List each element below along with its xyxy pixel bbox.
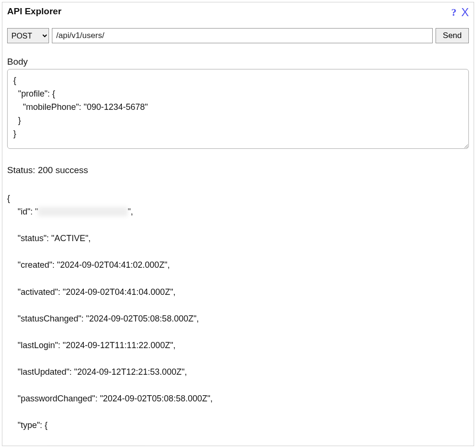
json-type-id: "id": " " [7, 446, 469, 446]
json-id: "id": " ", [7, 205, 469, 218]
page-title: API Explorer [7, 6, 61, 17]
request-row: POST Send [7, 28, 469, 43]
json-open: { [7, 194, 10, 203]
response-body: { "id": " ", "status": "ACTIVE", "create… [7, 178, 469, 446]
status-prefix: Status: [7, 165, 35, 175]
json-lastLogin: "lastLogin": "2024-09-12T11:11:22.000Z", [7, 339, 469, 352]
json-statusChanged: "statusChanged": "2024-09-02T05:08:58.00… [7, 312, 469, 325]
api-explorer-panel: API Explorer ? X POST Send Body Status: … [2, 2, 474, 446]
header-icons: ? X [451, 6, 469, 19]
json-activated: "activated": "2024-09-02T04:41:04.000Z", [7, 285, 469, 299]
json-created: "created": "2024-09-02T04:41:02.000Z", [7, 258, 469, 272]
help-icon[interactable]: ? [451, 6, 456, 19]
status-code: 200 [38, 165, 53, 175]
http-method-select[interactable]: POST [7, 28, 49, 43]
request-body-textarea[interactable] [7, 69, 469, 149]
body-label: Body [7, 57, 469, 67]
status-line: Status: 200 success [7, 165, 469, 175]
header-row: API Explorer ? X [7, 6, 469, 19]
url-input[interactable] [52, 28, 433, 43]
close-icon[interactable]: X [461, 7, 469, 18]
json-status: "status": "ACTIVE", [7, 232, 469, 245]
status-text: success [55, 165, 88, 175]
json-passwordChanged: "passwordChanged": "2024-09-02T05:08:58.… [7, 392, 469, 405]
json-type-open: "type": { [7, 419, 469, 432]
send-button[interactable]: Send [436, 28, 469, 43]
json-lastUpdated: "lastUpdated": "2024-09-12T12:21:53.000Z… [7, 365, 469, 379]
